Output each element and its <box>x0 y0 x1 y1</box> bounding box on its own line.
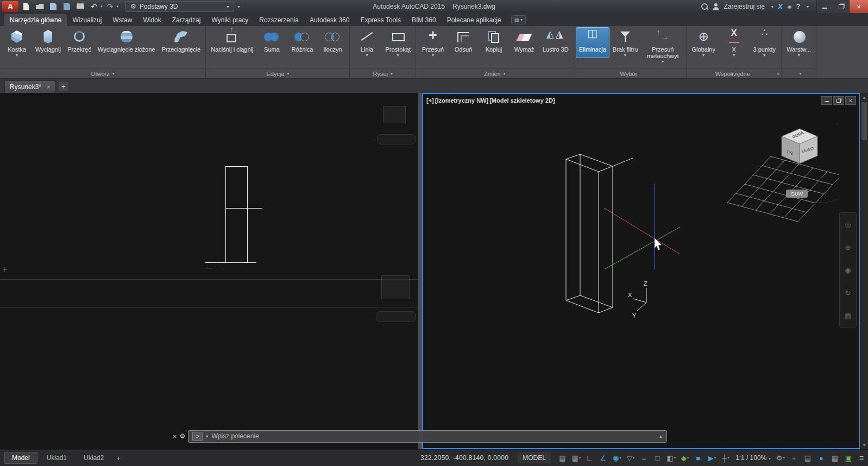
orbit-icon[interactable]: ↻ <box>845 289 851 297</box>
ribbon-state-toggle[interactable]: ▤ <box>511 15 526 24</box>
command-input[interactable]: > ▾ Wpisz polecenie ▲ <box>188 430 667 443</box>
object-snap-tracking-icon[interactable]: ▽▾ <box>625 452 637 463</box>
restore-button[interactable] <box>833 0 849 13</box>
scrollbar-thumb[interactable] <box>861 102 867 140</box>
customization-icon[interactable]: ≡ <box>859 454 864 462</box>
exchange-apps-icon[interactable]: ◈ <box>787 3 791 10</box>
undo-icon[interactable] <box>88 2 100 12</box>
showmotion-icon[interactable]: ▦ <box>845 312 851 320</box>
new-layout-button[interactable]: + <box>113 454 124 462</box>
tab-wyniki-pracy[interactable]: Wyniki pracy <box>206 14 254 26</box>
pan-icon[interactable]: ⊕ <box>845 243 851 251</box>
viewport-view-control[interactable]: [Izometryczny NW] <box>435 97 488 104</box>
model-space-button[interactable]: MODEL <box>518 452 551 463</box>
scroll-up-icon[interactable] <box>860 93 868 101</box>
roznica-button[interactable]: Różnica <box>287 28 317 58</box>
przekrec-button[interactable]: Przekręć <box>65 28 94 58</box>
annotation-monitor-icon[interactable]: + <box>788 452 800 463</box>
viewport-divider[interactable] <box>418 93 422 449</box>
clean-screen-icon[interactable]: ▣ <box>842 452 854 463</box>
navigation-wheel-icon[interactable]: ◎ <box>845 221 851 229</box>
tab-polecane-aplikacje[interactable]: Polecane aplikacje <box>442 14 507 26</box>
panel-label-wspolrzedne[interactable]: Współrzędne » <box>687 68 781 78</box>
polar-tracking-icon[interactable]: ∠ <box>597 452 609 463</box>
nacisnij-i-ciagnij-button[interactable]: Naciśnij i ciągnij <box>208 28 256 58</box>
new-drawing-tab-button[interactable]: + <box>59 82 68 91</box>
drawing-restore-icon[interactable] <box>833 96 844 105</box>
search-icon[interactable] <box>701 3 708 10</box>
tab-bim-360[interactable]: BIM 360 <box>406 14 442 26</box>
autocad-logo-icon[interactable]: A <box>2 1 18 12</box>
panel-label-rysuj[interactable]: Rysuj▾ <box>350 68 415 78</box>
command-history-icon[interactable]: ▲ <box>658 434 663 439</box>
tab-widok[interactable]: Widok <box>137 14 166 26</box>
kopiuj-button[interactable]: Kopiuj <box>479 28 508 58</box>
workspace-gear-icon[interactable]: ⚙▾ <box>775 452 787 463</box>
minimize-button[interactable] <box>816 0 833 13</box>
layout2-tab[interactable]: Układ2 <box>76 452 111 464</box>
help-button[interactable]: ? <box>796 3 800 10</box>
snap-mode-icon[interactable]: ▦▾ <box>570 452 582 463</box>
model-tab[interactable]: Model <box>4 452 37 464</box>
quick-access-customize-icon[interactable]: ▾ <box>238 4 240 9</box>
warstwy-button[interactable]: Warstw... ▾ <box>784 28 814 58</box>
panel-label-warstwy[interactable]: ▾ <box>782 68 816 78</box>
isometric-drafting-icon[interactable]: ◉▾ <box>611 452 623 463</box>
undo-caret-icon[interactable]: ▾ <box>100 4 103 9</box>
signin-caret-icon[interactable]: ▾ <box>771 4 773 9</box>
prostokat-button[interactable]: Prostokąt ▾ <box>382 28 413 58</box>
help-caret-icon[interactable]: ▾ <box>807 4 809 9</box>
linia-button[interactable]: Linia ▾ <box>352 28 381 58</box>
dynamic-ucs-icon[interactable]: ■ <box>693 452 705 463</box>
quick-properties-icon[interactable]: ▤ <box>802 452 814 463</box>
przesun-button[interactable]: Przesuń ▾ <box>418 28 448 58</box>
wyciagniecie-zlozone-button[interactable]: Wyciągnięcie złożone <box>95 28 158 58</box>
isolate-objects-icon[interactable]: ▦ <box>829 452 841 463</box>
vertical-scrollbar[interactable] <box>860 93 868 449</box>
panel-launcher-icon[interactable]: » <box>777 71 780 77</box>
tab-zarzadzaj[interactable]: Zarządzaj <box>167 14 206 26</box>
wymaz-button[interactable]: Wymaż <box>510 28 539 58</box>
wyciagnij-button[interactable]: Wyciągnij <box>33 28 64 58</box>
grid-display-icon[interactable]: ▦ <box>557 452 569 463</box>
tab-express-tools[interactable]: Express Tools <box>355 14 406 26</box>
tab-wstaw[interactable]: Wstaw <box>107 14 137 26</box>
transparency-icon[interactable]: □ <box>652 452 664 463</box>
doc-tab-close-icon[interactable]: × <box>47 84 50 90</box>
scroll-down-icon[interactable] <box>860 441 868 449</box>
doc-tab-rysunek3[interactable]: Rysunek3* × <box>4 80 55 93</box>
panel-label-zmien[interactable]: Zmień▾ <box>416 68 574 78</box>
redo-icon[interactable] <box>104 2 116 12</box>
viewport-left[interactable] <box>0 93 418 449</box>
tab-narzedzia-glowne[interactable]: Narzędzia główne <box>4 14 67 26</box>
globalny-button[interactable]: Globalny ▾ <box>689 28 718 58</box>
x-axis-button[interactable]: X ▾ <box>719 28 749 58</box>
tab-rozszerzenia[interactable]: Rozszerzenia <box>254 14 304 26</box>
new-file-icon[interactable] <box>20 2 32 12</box>
panel-label-utworz[interactable]: Utwórz▾ <box>0 68 205 78</box>
infer-constraints-icon[interactable]: ∟ <box>584 452 596 463</box>
signin-link[interactable]: Zarejestruj się <box>724 3 764 10</box>
open-file-icon[interactable] <box>34 2 46 12</box>
trzy-punkty-button[interactable]: 3 punkty ▾ <box>750 28 779 58</box>
selection-filter-icon[interactable]: ▶▾ <box>706 452 718 463</box>
viewport-visual-style-control[interactable]: [Model szkieletowy 2D] <box>489 97 555 104</box>
workspace-switcher[interactable]: ⚙ Podstawy 3D <box>125 1 234 12</box>
close-button[interactable]: × <box>849 0 868 13</box>
drawing-close-icon[interactable]: × <box>845 96 856 105</box>
drawing-minimize-icon[interactable] <box>821 96 832 105</box>
navigation-bar[interactable]: ◎ ⊕ ◉ ↻ ▦ <box>839 212 857 328</box>
ucs-badge[interactable]: GUW <box>786 190 808 198</box>
viewport-active[interactable]: [+] [Izometryczny NW] [Model szkieletowy… <box>422 93 860 449</box>
gizmo-toggle-icon[interactable]: ┼▾ <box>720 452 732 463</box>
selection-cycling-icon[interactable]: ◧▾ <box>665 452 677 463</box>
tab-wizualizuj[interactable]: Wizualizuj <box>67 14 107 26</box>
zoom-icon[interactable]: ◉ <box>845 266 851 274</box>
przesun-metauchwyt-button[interactable]: Przesuń metauchwyt ▾ <box>641 28 684 64</box>
viewport-menu-plus[interactable]: [+] <box>426 97 434 104</box>
save-icon[interactable] <box>47 2 59 12</box>
suma-button[interactable]: Suma <box>257 28 286 58</box>
layout1-tab[interactable]: Układ1 <box>39 452 74 464</box>
lineweight-icon[interactable]: ≡ <box>638 452 650 463</box>
plot-icon[interactable] <box>74 2 86 12</box>
